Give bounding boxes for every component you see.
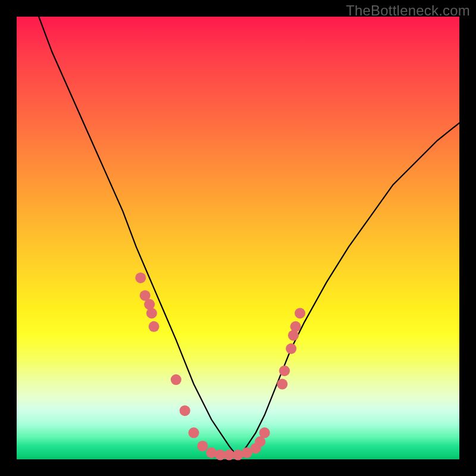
curve-layer [39,17,459,457]
data-point [279,365,290,376]
series-left-curve [39,17,238,457]
series-right-curve [238,123,459,458]
chart-frame: TheBottleneck.com [0,0,476,476]
data-point [135,273,146,283]
data-point [149,321,159,332]
data-point [171,374,181,385]
data-point [295,308,305,318]
data-point [189,427,199,438]
data-point [146,308,157,318]
chart-svg [17,17,459,459]
data-point [286,343,296,354]
data-point [197,441,208,452]
data-point [290,321,301,332]
data-point [259,427,270,438]
data-point [180,405,190,416]
data-point [277,379,287,390]
plot-area [17,17,459,459]
